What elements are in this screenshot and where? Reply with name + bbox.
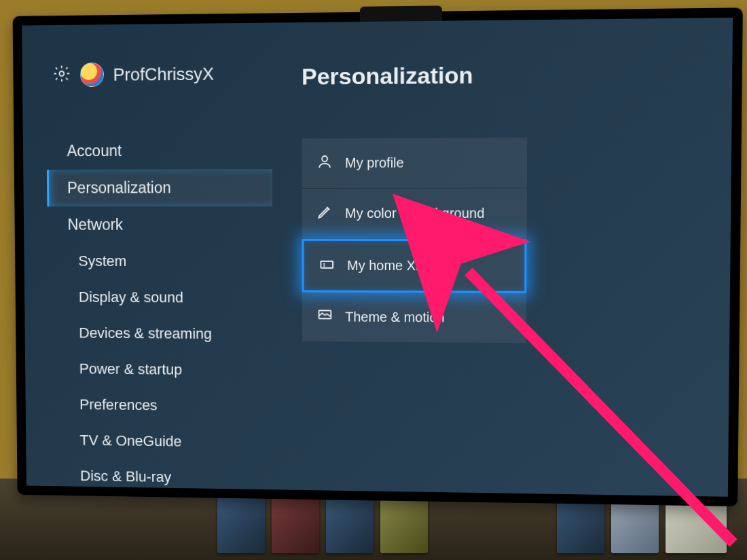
tile-my-profile[interactable]: My profile bbox=[302, 137, 527, 189]
sidebar-item-personalization[interactable]: Personalization bbox=[47, 169, 272, 206]
sidebar-item-devices-streaming[interactable]: Devices & streaming bbox=[48, 315, 273, 352]
sidebar-item-network[interactable]: Network bbox=[47, 206, 272, 244]
avatar[interactable] bbox=[80, 62, 104, 87]
tile-theme-motion[interactable]: Theme & motion bbox=[302, 292, 527, 343]
svg-rect-2 bbox=[321, 261, 333, 268]
svg-point-1 bbox=[322, 156, 327, 162]
game-case bbox=[272, 492, 319, 553]
tile-label: My color & background bbox=[345, 206, 484, 221]
sidebar-item-preferences[interactable]: Preferences bbox=[49, 386, 273, 425]
game-case bbox=[326, 492, 374, 553]
sidebar-item-disc-bluray[interactable]: Disc & Blu-ray bbox=[50, 458, 273, 496]
sidebar-item-display-sound[interactable]: Display & sound bbox=[48, 279, 272, 316]
theme-icon bbox=[317, 307, 333, 326]
username: ProfChrissyX bbox=[113, 63, 214, 85]
console-icon bbox=[318, 256, 335, 276]
sidebar-item-system[interactable]: System bbox=[48, 243, 272, 280]
tile-my-home-xbox[interactable]: My home Xbox bbox=[302, 239, 527, 293]
sidebar-item-account[interactable]: Account bbox=[46, 132, 272, 170]
tv-frame: ProfChrissyX Account Personalization Net… bbox=[13, 7, 743, 506]
gear-icon bbox=[52, 64, 71, 86]
tile-my-color-background[interactable]: My color & background bbox=[302, 189, 527, 240]
tile-label: My profile bbox=[345, 155, 404, 170]
tile-label: My home Xbox bbox=[347, 258, 437, 274]
sidebar-item-tv-oneguide[interactable]: TV & OneGuide bbox=[49, 422, 273, 461]
screen: ProfChrissyX Account Personalization Net… bbox=[22, 18, 733, 497]
sidebar-item-power-startup[interactable]: Power & startup bbox=[48, 351, 272, 389]
page-title: Personalization bbox=[302, 62, 473, 90]
header: ProfChrissyX bbox=[52, 62, 214, 88]
tile-label: Theme & motion bbox=[345, 310, 445, 326]
sidebar: Account Personalization Network System D… bbox=[46, 132, 273, 497]
svg-point-0 bbox=[59, 71, 64, 76]
game-case bbox=[217, 492, 265, 553]
person-icon bbox=[316, 153, 333, 173]
settings-panel: My profile My color & background My home… bbox=[302, 137, 527, 343]
pencil-icon bbox=[316, 204, 333, 223]
